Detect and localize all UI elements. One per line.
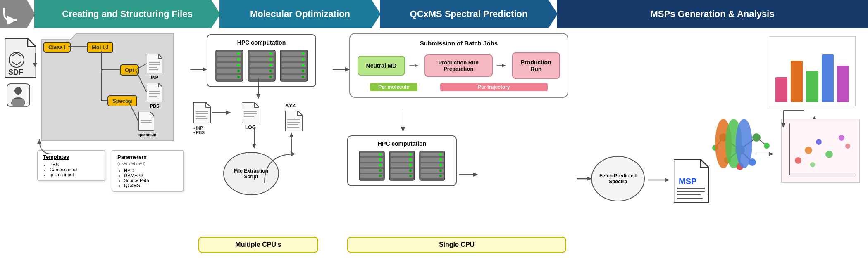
production-run-prep-node: Production Run Preparation bbox=[424, 54, 493, 77]
neutral-md-node: Neutral MD bbox=[358, 56, 405, 76]
svg-point-129 bbox=[439, 158, 442, 161]
svg-point-105 bbox=[379, 153, 382, 156]
banner-section1-label: Creating and Structuring Files bbox=[62, 9, 192, 19]
svg-marker-102 bbox=[401, 127, 405, 132]
hpc-to-log-arrow bbox=[254, 78, 262, 104]
pbs-file: PBS bbox=[147, 83, 162, 109]
production-run-node: Production Run bbox=[512, 52, 560, 79]
svg-point-109 bbox=[379, 164, 382, 166]
svg-marker-34 bbox=[33, 63, 37, 67]
log-file: LOG bbox=[242, 102, 259, 130]
svg-marker-77 bbox=[226, 111, 231, 115]
xyz-label: XYZ bbox=[285, 102, 303, 109]
svg-point-124 bbox=[409, 175, 412, 177]
svg-marker-98 bbox=[415, 64, 418, 67]
svg-marker-88 bbox=[298, 111, 303, 116]
batch-nodes-row: Neutral MD Production Run Preparation bbox=[358, 52, 560, 79]
oval-viz bbox=[711, 111, 761, 178]
hpc-bottom-to-right-arrow bbox=[459, 170, 482, 180]
svg-marker-100 bbox=[502, 64, 506, 67]
svg-point-131 bbox=[439, 164, 442, 166]
banner-section1: Creating and Structuring Files bbox=[34, 0, 220, 28]
batch-jobs-title: Submission of Batch Jobs bbox=[358, 40, 560, 47]
multiple-cpu-label: Multiple CPU's bbox=[235, 241, 281, 248]
section4: Fetch Predicted Spectra MSP bbox=[575, 28, 868, 260]
bar-to-mol-arrow bbox=[775, 109, 808, 129]
svg-point-113 bbox=[379, 175, 382, 177]
svg-point-54 bbox=[269, 64, 272, 66]
svg-point-167 bbox=[805, 147, 812, 154]
svg-point-63 bbox=[302, 58, 304, 61]
template-gamess: Gamess input bbox=[50, 167, 100, 172]
person-icon bbox=[5, 82, 32, 110]
banner-section3-label: QCxMS Spectral Prediction bbox=[410, 9, 528, 19]
svg-point-166 bbox=[795, 157, 801, 164]
param-qcxms: QCxMS bbox=[124, 183, 178, 188]
banner-section4-label: MSPs Generation & Analysis bbox=[651, 9, 775, 19]
sdf-arrow bbox=[31, 53, 39, 69]
svg-marker-137 bbox=[473, 173, 478, 177]
server-racks-bottom bbox=[354, 150, 450, 181]
svg-rect-8 bbox=[10, 106, 26, 107]
single-cpu-label: Single CPU bbox=[439, 241, 475, 248]
inp-label: INP bbox=[147, 75, 162, 80]
svg-point-172 bbox=[810, 162, 815, 167]
single-cpu-badge: Single CPU bbox=[347, 237, 566, 253]
banner-intro bbox=[0, 0, 35, 28]
fetch-to-msp-arrow bbox=[648, 176, 673, 186]
param-gamess: GAMESS bbox=[124, 173, 178, 178]
multiple-cpu-badge: Multiple CPU's bbox=[198, 237, 318, 253]
param-source: Source Path bbox=[124, 178, 178, 183]
svg-point-133 bbox=[439, 169, 442, 172]
template-arrow bbox=[35, 131, 68, 156]
per-labels-row: Per molecule Per trajectory bbox=[358, 83, 560, 91]
mol-ij-node: Mol I.J bbox=[87, 42, 113, 53]
bar-3 bbox=[806, 71, 818, 102]
parameters-title: Parameters bbox=[117, 154, 178, 160]
svg-point-69 bbox=[302, 76, 304, 78]
banner-section4: MSPs Generation & Analysis bbox=[557, 0, 868, 28]
svg-point-65 bbox=[302, 64, 304, 66]
svg-text:SDF: SDF bbox=[8, 68, 23, 76]
svg-marker-179 bbox=[587, 177, 592, 181]
bar-4 bbox=[822, 54, 834, 102]
svg-marker-139 bbox=[665, 178, 670, 182]
svg-point-111 bbox=[379, 169, 382, 172]
opt-node: Opt bbox=[120, 64, 139, 76]
batch-to-hpc-arrow bbox=[399, 111, 407, 137]
banner-section2: Molecular Optimization bbox=[219, 0, 381, 28]
hpc-bottom-title: HPC computation bbox=[354, 140, 450, 147]
svg-marker-79 bbox=[256, 94, 260, 99]
svg-marker-10 bbox=[158, 54, 162, 58]
top-banner: Creating and Structuring Files Molecular… bbox=[0, 0, 868, 28]
parameters-box: Parameters (user defined) HPC GAMESS Sou… bbox=[112, 150, 184, 192]
svg-point-50 bbox=[269, 52, 272, 55]
section3: Submission of Batch Jobs Neutral MD Prod… bbox=[331, 28, 575, 260]
svg-point-47 bbox=[237, 76, 240, 78]
svg-point-43 bbox=[237, 64, 240, 66]
hpc-title: HPC computation bbox=[214, 39, 309, 46]
template-pbs: PBS bbox=[50, 162, 100, 167]
svg-point-61 bbox=[302, 52, 304, 55]
banner-section2-label: Molecular Optimization bbox=[250, 9, 350, 19]
svg-point-41 bbox=[237, 58, 240, 61]
parameters-subtitle: (user defined) bbox=[117, 161, 178, 166]
hpc-bottom-box: HPC computation bbox=[347, 135, 457, 186]
svg-point-56 bbox=[269, 70, 272, 72]
bar-1 bbox=[775, 77, 787, 102]
svg-point-120 bbox=[409, 164, 412, 166]
spectra-node: Spectra bbox=[107, 95, 137, 106]
pbs-label: PBS bbox=[147, 104, 162, 109]
svg-marker-1 bbox=[28, 38, 36, 47]
qcxms-label: qcxms.in bbox=[138, 132, 156, 137]
svg-point-122 bbox=[409, 169, 412, 172]
svg-point-127 bbox=[439, 153, 442, 156]
bar-chart bbox=[769, 36, 856, 106]
bar-5 bbox=[837, 66, 849, 102]
template-qcxms: qcxms input bbox=[50, 172, 100, 177]
svg-point-171 bbox=[845, 144, 850, 149]
class-i-node: Class I bbox=[43, 42, 71, 53]
banner-section3: QCxMS Spectral Prediction bbox=[380, 0, 558, 28]
svg-point-58 bbox=[269, 76, 272, 78]
svg-point-45 bbox=[237, 70, 240, 72]
